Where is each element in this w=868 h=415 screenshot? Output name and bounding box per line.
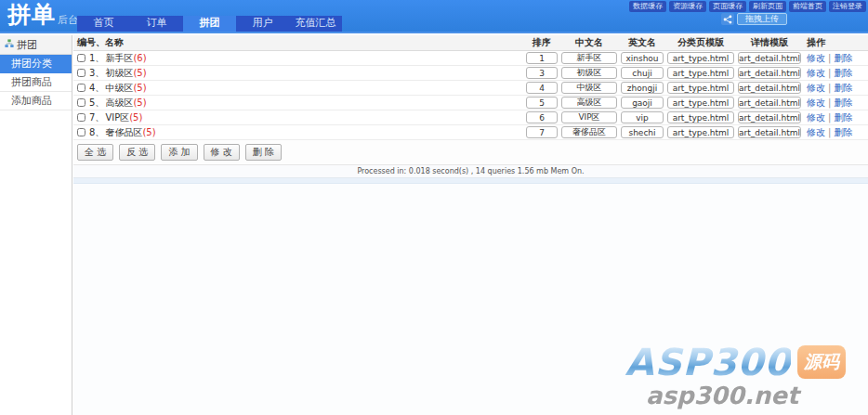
row-checkbox[interactable] <box>77 113 85 122</box>
nav-item-0[interactable]: 首页 <box>77 16 130 32</box>
cn-name-input[interactable] <box>561 67 617 79</box>
sort-cell <box>526 67 558 79</box>
cn-name-input[interactable] <box>561 82 617 94</box>
app-header: 拼单 后台 数据缓存资源缓存页面缓存刷新页面前端首页注销登录 拖拽上传 首页订单… <box>0 0 868 33</box>
delete-link[interactable]: 删除 <box>834 52 852 65</box>
nav-item-4[interactable]: 充值汇总 <box>289 16 342 32</box>
en-name-cell <box>621 97 664 109</box>
ops-separator: | <box>828 112 831 123</box>
table-row: 8、奢侈品区(5)修改|删除 <box>73 125 868 140</box>
delete-link[interactable]: 删除 <box>834 82 852 95</box>
quick-button-0[interactable]: 数据缓存 <box>629 1 666 12</box>
drag-upload-button[interactable]: 拖拽上传 <box>737 13 787 25</box>
cn-name-cell <box>561 82 617 94</box>
row-title: 奢侈品区 <box>105 126 142 139</box>
nav-item-1[interactable]: 订单 <box>130 16 183 32</box>
detail-template-input[interactable] <box>738 82 801 94</box>
batch-action-button-4[interactable]: 删 除 <box>245 144 282 161</box>
row-checkbox[interactable] <box>77 84 85 92</box>
sort-cell <box>526 52 558 64</box>
cat-template-input[interactable] <box>667 111 734 123</box>
en-name-input[interactable] <box>621 126 664 138</box>
sidebar-item-1[interactable]: 拼团商品 <box>0 73 72 92</box>
edit-link[interactable]: 修改 <box>807 52 825 65</box>
ops-separator: | <box>828 68 831 78</box>
edit-link[interactable]: 修改 <box>807 82 825 95</box>
row-title: VIP区 <box>105 111 129 124</box>
en-name-cell <box>621 126 664 138</box>
cat-template-cell <box>667 52 734 64</box>
cat-template-input[interactable] <box>667 97 734 109</box>
nav-item-3[interactable]: 用户 <box>236 16 289 32</box>
cn-name-input[interactable] <box>561 97 617 109</box>
quick-button-3[interactable]: 刷新页面 <box>749 1 786 12</box>
row-number: 7、 <box>89 111 104 124</box>
sort-input[interactable] <box>526 97 558 109</box>
sidebar-item-0[interactable]: 拼团分类 <box>0 55 72 73</box>
en-name-input[interactable] <box>621 97 664 109</box>
quick-button-2[interactable]: 页面缓存 <box>709 1 746 12</box>
cn-name-input[interactable] <box>561 111 617 123</box>
watermark-badge: 源码 <box>797 345 846 379</box>
detail-template-input[interactable] <box>738 67 801 79</box>
sidebar-item-2[interactable]: 添加商品 <box>0 92 72 110</box>
cat-template-input[interactable] <box>667 82 734 94</box>
sort-input[interactable] <box>526 82 558 94</box>
detail-template-input[interactable] <box>738 126 801 138</box>
logo-subtitle: 后台 <box>58 12 78 29</box>
row-title: 高级区 <box>105 97 133 110</box>
detail-template-cell <box>738 111 801 123</box>
edit-link[interactable]: 修改 <box>807 67 825 80</box>
batch-action-button-1[interactable]: 反 选 <box>119 144 155 161</box>
batch-action-button-3[interactable]: 修 改 <box>204 144 240 161</box>
en-name-input[interactable] <box>621 111 664 123</box>
en-name-input[interactable] <box>621 52 664 64</box>
row-checkbox[interactable] <box>77 69 85 77</box>
sort-input[interactable] <box>526 126 558 138</box>
processing-stats: Processed in: 0.018 second(s) , 14 queri… <box>73 165 868 178</box>
edit-link[interactable]: 修改 <box>807 97 825 110</box>
upload-row: 拖拽上传 <box>721 13 787 25</box>
delete-link[interactable]: 删除 <box>834 97 852 110</box>
sort-input[interactable] <box>526 52 558 64</box>
cn-name-cell <box>561 126 617 138</box>
cat-template-input[interactable] <box>667 126 734 138</box>
cn-name-input[interactable] <box>561 126 617 138</box>
detail-template-input[interactable] <box>738 97 801 109</box>
row-checkbox[interactable] <box>77 98 85 107</box>
quick-button-4[interactable]: 前端首页 <box>789 1 826 12</box>
edit-link[interactable]: 修改 <box>807 111 825 124</box>
cat-template-input[interactable] <box>667 52 734 64</box>
ops-separator: | <box>828 83 831 93</box>
table-row: 4、中级区(5)修改|删除 <box>73 81 868 96</box>
delete-link[interactable]: 删除 <box>834 67 852 80</box>
cat-template-cell <box>667 67 734 79</box>
row-name-cell: 8、奢侈品区(5) <box>77 126 522 139</box>
row-count: (5) <box>133 97 146 108</box>
quick-button-1[interactable]: 资源缓存 <box>669 1 706 12</box>
batch-action-button-0[interactable]: 全 选 <box>77 144 113 161</box>
row-actions-cell: 修改|删除 <box>805 52 864 65</box>
en-name-input[interactable] <box>621 67 664 79</box>
detail-template-cell <box>738 82 801 94</box>
nav-item-2[interactable]: 拼团 <box>183 16 236 32</box>
delete-link[interactable]: 删除 <box>834 111 852 124</box>
en-name-input[interactable] <box>621 82 664 94</box>
row-title: 中级区 <box>105 82 133 95</box>
delete-link[interactable]: 删除 <box>834 126 852 139</box>
sidebar-section-title: 拼团 <box>17 38 37 52</box>
edit-link[interactable]: 修改 <box>807 126 825 139</box>
batch-action-button-2[interactable]: 添 加 <box>161 144 197 161</box>
sort-input[interactable] <box>526 67 558 79</box>
sort-input[interactable] <box>526 111 558 123</box>
quick-button-5[interactable]: 注销登录 <box>829 1 866 12</box>
cat-template-input[interactable] <box>667 67 734 79</box>
row-title: 新手区 <box>105 52 133 65</box>
detail-template-input[interactable] <box>738 52 801 64</box>
detail-template-input[interactable] <box>738 111 801 123</box>
cn-name-input[interactable] <box>561 52 617 64</box>
row-checkbox[interactable] <box>77 54 85 62</box>
ops-separator: | <box>828 127 831 137</box>
row-checkbox[interactable] <box>77 128 85 136</box>
column-header-actions: 操作 <box>805 36 864 49</box>
